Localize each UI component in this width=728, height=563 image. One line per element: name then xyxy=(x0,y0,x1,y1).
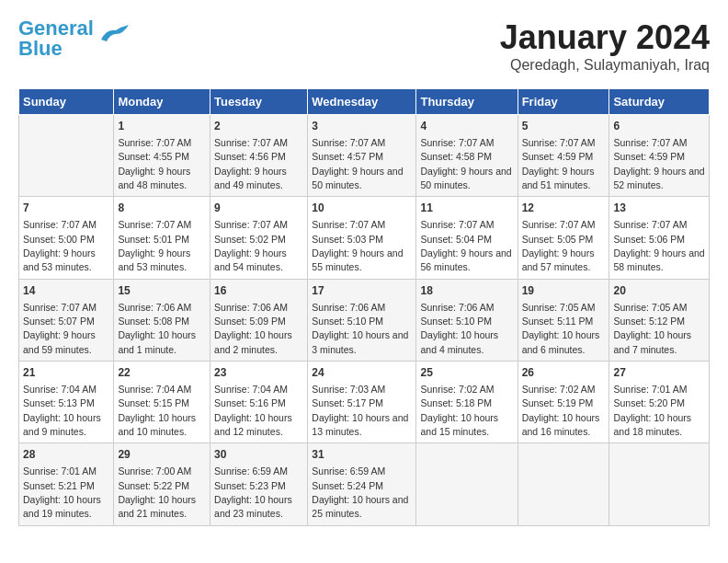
daylight-text: Daylight: 9 hours and 50 minutes. xyxy=(420,166,511,190)
sunrise-text: Sunrise: 7:06 AM xyxy=(312,302,385,313)
month-title: January 2024 xyxy=(500,18,710,57)
sunset-text: Sunset: 5:07 PM xyxy=(23,316,95,327)
sunset-text: Sunset: 5:06 PM xyxy=(613,234,685,245)
sunrise-text: Sunrise: 6:59 AM xyxy=(214,465,288,477)
sunset-text: Sunset: 5:05 PM xyxy=(522,234,594,245)
sunset-text: Sunset: 5:00 PM xyxy=(23,234,95,245)
sunset-text: Sunset: 5:18 PM xyxy=(420,397,492,408)
col-wednesday: Wednesday xyxy=(308,89,416,115)
table-row: 17 Sunrise: 7:06 AM Sunset: 5:10 PM Dayl… xyxy=(308,279,416,361)
table-row: 1 Sunrise: 7:07 AM Sunset: 4:55 PM Dayli… xyxy=(114,115,210,197)
table-row: 29 Sunrise: 7:00 AM Sunset: 5:22 PM Dayl… xyxy=(114,443,210,525)
sunset-text: Sunset: 4:55 PM xyxy=(118,151,189,162)
day-number: 7 xyxy=(23,201,109,216)
calendar-week-row: 7 Sunrise: 7:07 AM Sunset: 5:00 PM Dayli… xyxy=(19,197,710,279)
table-row: 11 Sunrise: 7:07 AM Sunset: 5:04 PM Dayl… xyxy=(416,197,518,279)
table-row: 15 Sunrise: 7:06 AM Sunset: 5:08 PM Dayl… xyxy=(114,279,210,361)
sunrise-text: Sunrise: 7:07 AM xyxy=(118,137,191,148)
sunset-text: Sunset: 5:03 PM xyxy=(312,234,383,245)
col-sunday: Sunday xyxy=(19,89,114,115)
page-header: General Blue January 2024 Qeredagh, Sula… xyxy=(18,18,710,74)
sunrise-text: Sunrise: 7:07 AM xyxy=(312,219,385,230)
daylight-text: Daylight: 10 hours and 21 minutes. xyxy=(118,494,196,519)
day-number: 4 xyxy=(420,119,513,134)
table-row: 30 Sunrise: 6:59 AM Sunset: 5:23 PM Dayl… xyxy=(210,443,308,525)
daylight-text: Daylight: 10 hours and 16 minutes. xyxy=(522,412,600,437)
sunrise-text: Sunrise: 7:06 AM xyxy=(118,302,191,313)
sunrise-text: Sunrise: 7:04 AM xyxy=(23,384,97,395)
sunrise-text: Sunrise: 7:01 AM xyxy=(23,465,97,477)
calendar-week-row: 21 Sunrise: 7:04 AM Sunset: 5:13 PM Dayl… xyxy=(19,362,710,443)
sunrise-text: Sunrise: 7:07 AM xyxy=(420,137,494,148)
sunset-text: Sunset: 5:09 PM xyxy=(214,316,286,327)
day-number: 15 xyxy=(118,283,206,299)
sunrise-text: Sunrise: 7:07 AM xyxy=(118,219,191,230)
calendar-week-row: 14 Sunrise: 7:07 AM Sunset: 5:07 PM Dayl… xyxy=(19,279,710,361)
daylight-text: Daylight: 9 hours and 55 minutes. xyxy=(312,247,403,272)
daylight-text: Daylight: 9 hours and 49 minutes. xyxy=(214,166,287,190)
sunrise-text: Sunrise: 7:05 AM xyxy=(522,302,596,313)
sunset-text: Sunset: 5:17 PM xyxy=(312,397,383,408)
table-row: 8 Sunrise: 7:07 AM Sunset: 5:01 PM Dayli… xyxy=(114,197,210,279)
sunset-text: Sunset: 5:19 PM xyxy=(522,397,594,408)
sunset-text: Sunset: 5:12 PM xyxy=(613,316,685,327)
col-thursday: Thursday xyxy=(416,89,518,115)
day-number: 9 xyxy=(214,201,303,216)
table-row: 10 Sunrise: 7:07 AM Sunset: 5:03 PM Dayl… xyxy=(308,197,416,279)
day-number: 21 xyxy=(23,365,109,381)
sunrise-text: Sunrise: 7:07 AM xyxy=(613,219,687,230)
table-row: 19 Sunrise: 7:05 AM Sunset: 5:11 PM Dayl… xyxy=(518,279,609,361)
table-row xyxy=(609,443,710,525)
sunrise-text: Sunrise: 7:00 AM xyxy=(118,465,191,477)
day-number: 12 xyxy=(522,201,606,216)
daylight-text: Daylight: 10 hours and 4 minutes. xyxy=(420,329,498,354)
sunset-text: Sunset: 5:21 PM xyxy=(23,480,95,491)
sunrise-text: Sunrise: 7:04 AM xyxy=(118,384,191,395)
title-area: January 2024 Qeredagh, Sulaymaniyah, Ira… xyxy=(500,18,710,74)
table-row xyxy=(416,443,518,525)
sunrise-text: Sunrise: 7:07 AM xyxy=(522,137,596,148)
table-row: 3 Sunrise: 7:07 AM Sunset: 4:57 PM Dayli… xyxy=(308,115,416,197)
day-number: 28 xyxy=(23,447,109,463)
calendar-week-row: 1 Sunrise: 7:07 AM Sunset: 4:55 PM Dayli… xyxy=(19,115,710,197)
daylight-text: Daylight: 10 hours and 7 minutes. xyxy=(613,329,691,354)
day-number: 13 xyxy=(613,201,705,216)
daylight-text: Daylight: 10 hours and 6 minutes. xyxy=(522,329,600,354)
sunset-text: Sunset: 5:01 PM xyxy=(118,234,189,245)
sunset-text: Sunset: 5:04 PM xyxy=(420,234,492,245)
table-row: 6 Sunrise: 7:07 AM Sunset: 4:59 PM Dayli… xyxy=(609,115,710,197)
table-row: 24 Sunrise: 7:03 AM Sunset: 5:17 PM Dayl… xyxy=(308,362,416,443)
sunset-text: Sunset: 5:15 PM xyxy=(118,397,189,408)
sunrise-text: Sunrise: 7:04 AM xyxy=(214,384,288,395)
sunrise-text: Sunrise: 7:07 AM xyxy=(23,219,97,230)
daylight-text: Daylight: 9 hours and 51 minutes. xyxy=(522,166,595,190)
day-number: 18 xyxy=(420,283,513,299)
sunrise-text: Sunrise: 7:07 AM xyxy=(23,302,97,313)
day-number: 20 xyxy=(613,283,705,299)
day-number: 14 xyxy=(23,283,109,299)
day-number: 23 xyxy=(214,365,303,381)
sunrise-text: Sunrise: 7:07 AM xyxy=(312,137,385,148)
table-row: 5 Sunrise: 7:07 AM Sunset: 4:59 PM Dayli… xyxy=(518,115,609,197)
table-row: 23 Sunrise: 7:04 AM Sunset: 5:16 PM Dayl… xyxy=(210,362,308,443)
sunset-text: Sunset: 5:22 PM xyxy=(118,480,189,491)
col-saturday: Saturday xyxy=(609,89,710,115)
day-number: 17 xyxy=(312,283,412,299)
day-number: 24 xyxy=(312,365,412,381)
calendar-table: Sunday Monday Tuesday Wednesday Thursday… xyxy=(18,88,710,526)
day-number: 19 xyxy=(522,283,606,299)
sunset-text: Sunset: 4:56 PM xyxy=(214,151,286,162)
daylight-text: Daylight: 9 hours and 54 minutes. xyxy=(214,247,287,272)
daylight-text: Daylight: 9 hours and 56 minutes. xyxy=(420,247,511,272)
location-title: Qeredagh, Sulaymaniyah, Iraq xyxy=(500,57,710,74)
daylight-text: Daylight: 9 hours and 50 minutes. xyxy=(312,166,403,190)
sunrise-text: Sunrise: 7:05 AM xyxy=(613,302,687,313)
table-row: 18 Sunrise: 7:06 AM Sunset: 5:10 PM Dayl… xyxy=(416,279,518,361)
table-row: 31 Sunrise: 6:59 AM Sunset: 5:24 PM Dayl… xyxy=(308,443,416,525)
daylight-text: Daylight: 9 hours and 57 minutes. xyxy=(522,247,595,272)
sunrise-text: Sunrise: 7:02 AM xyxy=(522,384,596,395)
daylight-text: Daylight: 10 hours and 23 minutes. xyxy=(214,494,292,519)
daylight-text: Daylight: 9 hours and 53 minutes. xyxy=(23,247,96,272)
daylight-text: Daylight: 10 hours and 25 minutes. xyxy=(312,494,408,519)
table-row: 26 Sunrise: 7:02 AM Sunset: 5:19 PM Dayl… xyxy=(518,362,609,443)
